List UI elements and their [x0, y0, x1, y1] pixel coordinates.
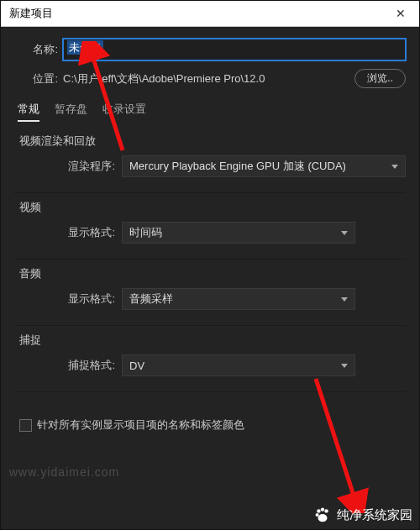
- video-format-value: 时间码: [129, 225, 162, 240]
- group-audio-title: 音频: [19, 266, 406, 281]
- browse-button[interactable]: 浏览..: [354, 69, 406, 88]
- svg-point-8: [318, 514, 328, 522]
- close-button[interactable]: ✕: [382, 1, 419, 26]
- group-capture: 捕捉 捕捉格式: DV: [14, 333, 406, 376]
- window-controls: ✕: [382, 1, 419, 26]
- group-video: 视频 显示格式: 时间码: [14, 200, 406, 244]
- location-path[interactable]: C:\用户\eff\文档\Adobe\Premiere Pro\12.0: [63, 70, 348, 88]
- close-icon: ✕: [396, 7, 406, 20]
- watermark-brand: 纯净系统家园: [313, 506, 412, 524]
- renderer-value: Mercury Playback Engine GPU 加速 (CUDA): [129, 159, 346, 174]
- chevron-down-icon: [391, 165, 398, 169]
- divider: [14, 259, 406, 260]
- watermark-url: www.yidaimei.com: [9, 465, 119, 479]
- svg-point-7: [316, 513, 319, 517]
- project-name-input[interactable]: 未命名: [63, 39, 406, 60]
- general-panel: 视频渲染和回放 渲染程序: Mercury Playback Engine GP…: [14, 123, 406, 433]
- tabs: 常规 暂存盘 收录设置: [14, 97, 406, 123]
- svg-point-6: [324, 509, 328, 512]
- video-format-dropdown[interactable]: 时间码: [122, 222, 355, 244]
- chevron-down-icon: [341, 297, 348, 302]
- name-label: 名称:: [14, 42, 63, 57]
- renderer-row: 渲染程序: Mercury Playback Engine GPU 加速 (CU…: [14, 155, 406, 177]
- capture-format-row: 捕捉格式: DV: [14, 354, 406, 376]
- watermark-brand-text: 纯净系统家园: [337, 507, 412, 523]
- group-capture-title: 捕捉: [19, 333, 406, 348]
- location-label: 位置:: [14, 71, 63, 87]
- svg-point-5: [321, 507, 324, 511]
- new-project-dialog: 新建项目 ✕ 名称: 未命名 位置: C:\用户\eff\文档\Adobe\Pr…: [0, 0, 420, 530]
- show-names-checkbox-row[interactable]: 针对所有实例显示项目项的名称和标签颜色: [19, 417, 406, 433]
- divider: [14, 391, 406, 392]
- audio-format-row: 显示格式: 音频采样: [14, 288, 406, 310]
- chevron-down-icon: [341, 231, 348, 235]
- divider: [14, 192, 406, 193]
- capture-format-label: 捕捉格式:: [14, 358, 122, 373]
- name-row: 名称: 未命名: [14, 39, 406, 60]
- paw-icon: [313, 506, 332, 524]
- divider: [14, 325, 406, 326]
- window-title: 新建项目: [9, 6, 53, 21]
- svg-point-4: [317, 509, 320, 512]
- group-render-playback: 视频渲染和回放 渲染程序: Mercury Playback Engine GP…: [14, 134, 406, 177]
- capture-format-value: DV: [129, 359, 144, 372]
- audio-format-label: 显示格式:: [14, 291, 122, 307]
- browse-label: 浏览..: [367, 72, 393, 84]
- location-row: 位置: C:\用户\eff\文档\Adobe\Premiere Pro\12.0…: [14, 69, 406, 88]
- dialog-body: 名称: 未命名 位置: C:\用户\eff\文档\Adobe\Premiere …: [1, 27, 419, 439]
- capture-format-dropdown[interactable]: DV: [122, 354, 355, 376]
- group-video-title: 视频: [19, 200, 406, 215]
- checkbox-label: 针对所有实例显示项目项的名称和标签颜色: [37, 417, 244, 433]
- chevron-down-icon: [341, 364, 348, 368]
- tab-scratch-disks[interactable]: 暂存盘: [55, 102, 87, 122]
- video-format-label: 显示格式:: [14, 225, 122, 240]
- tab-general[interactable]: 常规: [18, 102, 39, 122]
- checkbox-icon: [19, 419, 32, 432]
- group-render-title: 视频渲染和回放: [19, 134, 406, 149]
- renderer-label: 渲染程序:: [14, 159, 122, 174]
- audio-format-dropdown[interactable]: 音频采样: [122, 288, 355, 310]
- video-format-row: 显示格式: 时间码: [14, 222, 406, 244]
- renderer-dropdown[interactable]: Mercury Playback Engine GPU 加速 (CUDA): [122, 155, 406, 177]
- tab-ingest-settings[interactable]: 收录设置: [102, 102, 146, 122]
- group-audio: 音频 显示格式: 音频采样: [14, 266, 406, 310]
- titlebar: 新建项目 ✕: [1, 1, 419, 27]
- audio-format-value: 音频采样: [129, 291, 173, 307]
- project-name-value: 未命名: [67, 40, 103, 55]
